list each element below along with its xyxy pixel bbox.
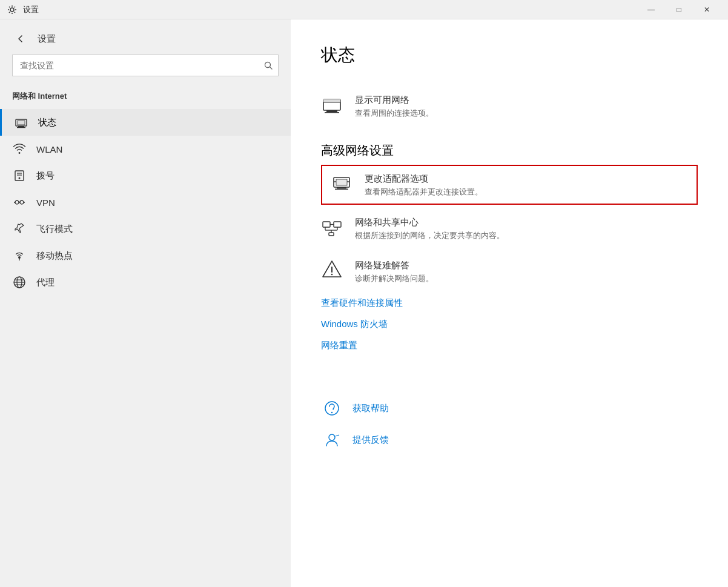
sidebar-item-vpn[interactable]: VPN bbox=[0, 189, 291, 216]
vpn-icon bbox=[12, 195, 27, 210]
troubleshoot-text: 网络疑难解答 诊断并解决网络问题。 bbox=[355, 259, 434, 285]
sidebar-item-label-dialup: 拨号 bbox=[36, 170, 55, 182]
proxy-icon bbox=[12, 275, 27, 290]
sidebar-item-label-status: 状态 bbox=[38, 117, 56, 128]
sidebar-item-hotspot[interactable]: 移动热点 bbox=[0, 242, 291, 269]
change-adapter-title: 更改适配器选项 bbox=[365, 172, 483, 185]
change-adapter-text: 更改适配器选项 查看网络适配器并更改连接设置。 bbox=[365, 172, 483, 198]
settings-icon bbox=[7, 5, 17, 15]
sidebar-item-wlan[interactable]: WLAN bbox=[0, 136, 291, 162]
change-adapter-item[interactable]: 更改适配器选项 查看网络适配器并更改连接设置。 bbox=[321, 165, 698, 205]
sidebar-app-title: 设置 bbox=[38, 33, 56, 45]
svg-point-45 bbox=[329, 434, 335, 440]
firewall-link[interactable]: Windows 防火墙 bbox=[321, 314, 698, 335]
page-title: 状态 bbox=[321, 44, 698, 67]
sidebar-item-label-proxy: 代理 bbox=[36, 277, 55, 288]
hardware-props-link[interactable]: 查看硬件和连接属性 bbox=[321, 293, 698, 314]
svg-rect-33 bbox=[323, 222, 330, 227]
network-sharing-item[interactable]: 网络和共享中心 根据所连接到的网络，决定要共享的内容。 bbox=[321, 207, 698, 250]
sidebar-item-label-hotspot: 移动热点 bbox=[36, 250, 73, 262]
get-help-label: 获取帮助 bbox=[352, 403, 389, 414]
close-button[interactable]: ✕ bbox=[693, 0, 721, 19]
troubleshoot-title: 网络疑难解答 bbox=[355, 259, 434, 271]
sidebar-item-status[interactable]: 状态 bbox=[0, 109, 291, 136]
network-reset-link[interactable]: 网络重置 bbox=[321, 335, 698, 356]
show-networks-desc: 查看周围的连接选项。 bbox=[355, 107, 434, 119]
get-help-item[interactable]: 获取帮助 bbox=[321, 393, 698, 424]
svg-point-42 bbox=[331, 273, 333, 275]
minimize-button[interactable]: — bbox=[637, 0, 665, 19]
maximize-button[interactable]: □ bbox=[665, 0, 693, 19]
get-help-icon bbox=[321, 397, 343, 419]
svg-rect-24 bbox=[326, 110, 337, 112]
network-sharing-icon bbox=[321, 216, 343, 237]
svg-point-7 bbox=[19, 177, 21, 179]
show-networks-item[interactable]: 显示可用网络 查看周围的连接选项。 bbox=[321, 85, 698, 128]
dialup-icon bbox=[12, 168, 27, 183]
troubleshoot-desc: 诊断并解决网络问题。 bbox=[355, 273, 434, 285]
svg-rect-29 bbox=[335, 188, 348, 190]
airplane-icon bbox=[12, 222, 27, 236]
network-sharing-text: 网络和共享中心 根据所连接到的网络，决定要共享的内容。 bbox=[355, 216, 505, 242]
footer-section: 获取帮助 提供反馈 bbox=[321, 393, 698, 456]
search-box bbox=[12, 55, 279, 76]
svg-rect-28 bbox=[337, 187, 346, 189]
sidebar-item-label-airplane: 飞行模式 bbox=[36, 224, 73, 235]
svg-rect-6 bbox=[18, 121, 25, 125]
search-input[interactable] bbox=[12, 55, 279, 76]
wlan-icon bbox=[12, 142, 27, 156]
sidebar-item-airplane[interactable]: 飞行模式 bbox=[0, 216, 291, 242]
sidebar-item-proxy[interactable]: 代理 bbox=[0, 269, 291, 296]
svg-rect-34 bbox=[334, 222, 341, 227]
svg-rect-25 bbox=[325, 112, 339, 113]
titlebar-title: 设置 bbox=[23, 4, 39, 15]
svg-rect-5 bbox=[17, 127, 25, 128]
feedback-label: 提供反馈 bbox=[352, 434, 389, 446]
titlebar-controls: — □ ✕ bbox=[637, 0, 721, 19]
sidebar: 设置 网络和 Internet bbox=[0, 19, 291, 587]
svg-line-46 bbox=[336, 435, 339, 436]
change-adapter-desc: 查看网络适配器并更改连接设置。 bbox=[365, 186, 483, 198]
back-button[interactable] bbox=[12, 30, 29, 47]
svg-rect-23 bbox=[323, 99, 340, 102]
show-networks-text: 显示可用网络 查看周围的连接选项。 bbox=[355, 93, 434, 119]
advanced-section-heading: 高级网络设置 bbox=[321, 142, 698, 159]
titlebar-left: 设置 bbox=[7, 4, 39, 15]
troubleshoot-item[interactable]: 网络疑难解答 诊断并解决网络问题。 bbox=[321, 250, 698, 293]
svg-point-10 bbox=[15, 201, 19, 204]
sidebar-header: 设置 bbox=[0, 19, 291, 55]
svg-rect-30 bbox=[336, 179, 347, 185]
network-sharing-desc: 根据所连接到的网络，决定要共享的内容。 bbox=[355, 230, 505, 242]
troubleshoot-icon bbox=[321, 259, 343, 280]
status-icon bbox=[14, 115, 28, 130]
svg-rect-4 bbox=[18, 126, 24, 127]
svg-line-2 bbox=[270, 67, 273, 70]
content-area: 状态 显示可用网络 查看周围的连接选项。 高级网络设置 bbox=[291, 19, 728, 587]
feedback-item[interactable]: 提供反馈 bbox=[321, 424, 698, 456]
search-icon bbox=[264, 61, 273, 70]
sidebar-section-title: 网络和 Internet bbox=[0, 86, 291, 109]
svg-point-11 bbox=[20, 201, 24, 204]
feedback-icon bbox=[321, 429, 343, 451]
titlebar: 设置 — □ ✕ bbox=[0, 0, 728, 19]
sidebar-item-label-wlan: WLAN bbox=[36, 144, 62, 154]
svg-point-0 bbox=[10, 8, 14, 12]
sidebar-item-label-vpn: VPN bbox=[36, 197, 55, 208]
app-body: 设置 网络和 Internet bbox=[0, 19, 728, 587]
svg-point-44 bbox=[331, 412, 333, 413]
change-adapter-icon bbox=[331, 172, 352, 194]
show-networks-icon bbox=[321, 93, 343, 115]
network-sharing-title: 网络和共享中心 bbox=[355, 216, 505, 228]
sidebar-item-dialup[interactable]: 拨号 bbox=[0, 162, 291, 189]
show-networks-title: 显示可用网络 bbox=[355, 93, 434, 106]
svg-rect-40 bbox=[329, 233, 334, 236]
hotspot-icon bbox=[12, 248, 27, 263]
